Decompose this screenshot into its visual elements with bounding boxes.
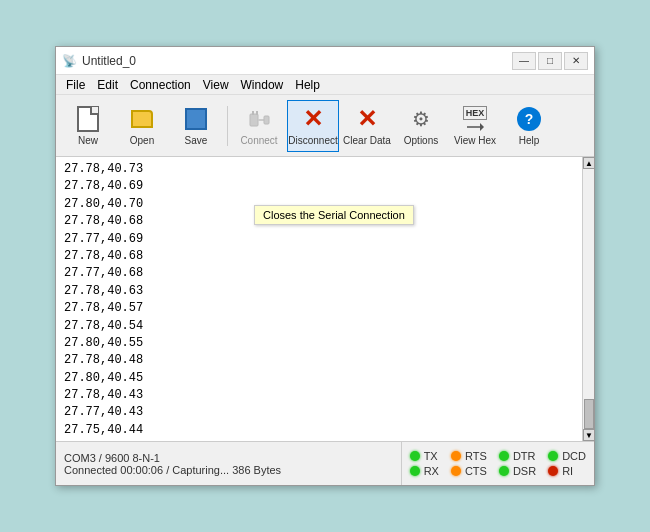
ri-led <box>548 466 558 476</box>
connect-label: Connect <box>240 135 277 146</box>
view-hex-label: View Hex <box>454 135 496 146</box>
connect-icon <box>245 105 273 133</box>
ri-label: RI <box>562 465 573 477</box>
maximize-button[interactable]: □ <box>538 52 562 70</box>
dsr-label: DSR <box>513 465 536 477</box>
dsr-led <box>499 466 509 476</box>
dcd-led <box>548 451 558 461</box>
disconnect-button[interactable]: ✕ Disconnect <box>287 100 339 152</box>
menu-item-help[interactable]: Help <box>289 75 326 94</box>
menu-item-view[interactable]: View <box>197 75 235 94</box>
connect-button[interactable]: Connect <box>233 100 285 152</box>
connection-status: COM3 / 9600 8-N-1 <box>64 452 393 464</box>
session-status: Connected 00:00:06 / Capturing... 386 By… <box>64 464 393 476</box>
view-hex-icon: HEX <box>461 105 489 133</box>
menu-bar: FileEditConnectionViewWindowHelp <box>56 75 594 95</box>
dtr-led <box>499 451 509 461</box>
dtr-label: DTR <box>513 450 536 462</box>
menu-item-window[interactable]: Window <box>235 75 290 94</box>
save-button[interactable]: Save <box>170 100 222 152</box>
clear-data-label: Clear Data <box>343 135 391 146</box>
title-bar-buttons: — □ ✕ <box>512 52 588 70</box>
disconnect-icon: ✕ <box>299 105 327 133</box>
minimize-button[interactable]: — <box>512 52 536 70</box>
scroll-up-button[interactable]: ▲ <box>583 157 594 169</box>
new-icon <box>74 105 102 133</box>
dcd-status: DCD <box>548 450 586 462</box>
dtr-dsr-col: DTR DSR <box>499 450 536 477</box>
tx-label: TX <box>424 450 438 462</box>
svg-rect-4 <box>264 116 269 124</box>
dsr-status: DSR <box>499 465 536 477</box>
cts-status: CTS <box>451 465 487 477</box>
tx-led <box>410 451 420 461</box>
save-label: Save <box>185 135 208 146</box>
tx-rx-col: TX RX <box>410 450 439 477</box>
help-button[interactable]: ? Help <box>503 100 555 152</box>
window-title: Untitled_0 <box>82 54 136 68</box>
rts-cts-col: RTS CTS <box>451 450 487 477</box>
menu-item-file[interactable]: File <box>60 75 91 94</box>
open-label: Open <box>130 135 154 146</box>
clear-data-button[interactable]: ✕ Clear Data <box>341 100 393 152</box>
status-right: TX RX RTS CTS DT <box>402 442 594 485</box>
main-window: 📡 Untitled_0 — □ ✕ FileEditConnectionVie… <box>55 46 595 486</box>
save-icon <box>182 105 210 133</box>
scroll-thumb[interactable] <box>584 399 594 429</box>
title-bar: 📡 Untitled_0 — □ ✕ <box>56 47 594 75</box>
menu-item-connection[interactable]: Connection <box>124 75 197 94</box>
scroll-down-button[interactable]: ▼ <box>583 429 594 441</box>
disconnect-tooltip: Closes the Serial Connection <box>254 205 414 225</box>
scrollbar[interactable]: ▲ ▼ <box>582 157 594 441</box>
options-button[interactable]: ⚙ Options <box>395 100 447 152</box>
svg-rect-0 <box>250 114 258 126</box>
new-label: New <box>78 135 98 146</box>
svg-marker-6 <box>480 123 484 131</box>
dcd-label: DCD <box>562 450 586 462</box>
svg-rect-1 <box>252 111 254 115</box>
cts-led <box>451 466 461 476</box>
clear-data-icon: ✕ <box>353 105 381 133</box>
rx-led <box>410 466 420 476</box>
help-icon: ? <box>515 105 543 133</box>
new-button[interactable]: New <box>62 100 114 152</box>
status-bar: COM3 / 9600 8-N-1 Connected 00:00:06 / C… <box>56 441 594 485</box>
rx-label: RX <box>424 465 439 477</box>
close-button[interactable]: ✕ <box>564 52 588 70</box>
status-left: COM3 / 9600 8-N-1 Connected 00:00:06 / C… <box>56 442 402 485</box>
serial-data-display[interactable]: 27.78,40.73 27.78,40.69 27.80,40.70 27.7… <box>56 157 582 441</box>
options-label: Options <box>404 135 438 146</box>
title-bar-left: 📡 Untitled_0 <box>62 54 136 68</box>
help-label: Help <box>519 135 540 146</box>
dcd-ri-col: DCD RI <box>548 450 586 477</box>
disconnect-label: Disconnect <box>288 135 337 146</box>
menu-item-edit[interactable]: Edit <box>91 75 124 94</box>
toolbar-separator-1 <box>227 106 228 146</box>
tooltip-text: Closes the Serial Connection <box>263 209 405 221</box>
content-area: 27.78,40.73 27.78,40.69 27.80,40.70 27.7… <box>56 157 594 441</box>
dtr-status: DTR <box>499 450 536 462</box>
options-icon: ⚙ <box>407 105 435 133</box>
rts-label: RTS <box>465 450 487 462</box>
tx-status: TX <box>410 450 439 462</box>
app-icon: 📡 <box>62 54 76 68</box>
view-hex-button[interactable]: HEX View Hex <box>449 100 501 152</box>
open-button[interactable]: Open <box>116 100 168 152</box>
rts-status: RTS <box>451 450 487 462</box>
open-icon <box>128 105 156 133</box>
rx-status: RX <box>410 465 439 477</box>
toolbar: New Open Save <box>56 95 594 157</box>
rts-led <box>451 451 461 461</box>
svg-rect-2 <box>256 111 258 115</box>
ri-status: RI <box>548 465 586 477</box>
cts-label: CTS <box>465 465 487 477</box>
